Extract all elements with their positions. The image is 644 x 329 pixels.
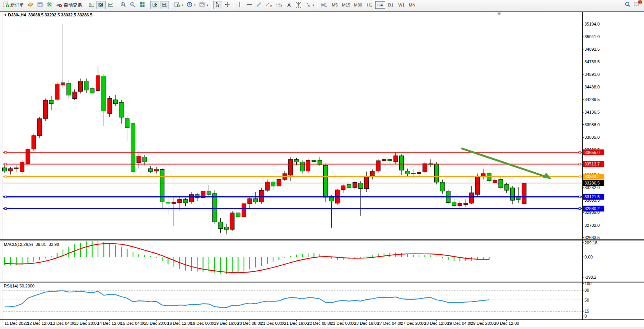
hline-handle[interactable] (579, 196, 581, 198)
search-icon[interactable] (624, 1, 631, 9)
candle-body (230, 213, 234, 229)
hline-handle[interactable] (5, 176, 6, 178)
timeframe-m5-button[interactable]: M5 (330, 1, 340, 9)
equidistant-channel-button[interactable]: E (264, 1, 274, 9)
broadcast-button[interactable] (45, 1, 54, 9)
timeframe-h1-button[interactable]: H1 (365, 1, 374, 9)
time-tick-label: 22 Dec 08:00 (307, 321, 332, 326)
fibonacci-button[interactable]: F (274, 1, 284, 9)
price-tick-label: 35194.0 (585, 22, 600, 26)
autotrade-button[interactable]: 自动交易 (55, 1, 84, 9)
candle-body (440, 182, 445, 191)
hline-handle[interactable] (579, 208, 581, 210)
candle-body (400, 156, 404, 170)
trendline-button[interactable] (254, 1, 263, 9)
timeframe-m30-button[interactable]: M30 (352, 1, 363, 9)
candle-body (458, 203, 462, 206)
periods-button[interactable]: ▾ (185, 1, 197, 9)
candle-body (207, 191, 211, 194)
time-tick-label: 19 Dec 00:00 (191, 321, 215, 326)
autotrade-label: 自动交易 (64, 2, 82, 8)
zoom-out-button[interactable] (128, 1, 137, 9)
timeframe-w1-button[interactable]: W1 (397, 1, 406, 9)
candle-body (37, 119, 42, 136)
toolbar-separator (170, 1, 171, 9)
timeframe-d1-button[interactable]: D1 (386, 1, 396, 9)
price-tick-label: 34438.0 (585, 85, 600, 89)
hline-handle[interactable] (5, 208, 6, 210)
candle-body (469, 193, 474, 203)
chart-symbol-period: DJ30-,H4 (8, 13, 26, 17)
vertical-line-button[interactable] (235, 1, 244, 9)
hline-handle[interactable] (5, 196, 6, 198)
hline-handle[interactable] (5, 163, 6, 165)
candle-body (102, 76, 106, 111)
macd-indicator-label: MACD(12,26,9) -39.81 -33.90 (4, 242, 59, 247)
cursor-button[interactable] (213, 1, 222, 9)
price-tag-label: 33513.7 (585, 162, 600, 166)
symbol-dropdown-icon[interactable]: ▼ (4, 13, 7, 17)
timeframe-m15-button[interactable]: M15 (340, 1, 352, 9)
chart-shift-button[interactable] (160, 1, 169, 9)
main-pane-background (3, 12, 644, 239)
bar-chart-button[interactable] (87, 1, 96, 9)
horizontal-line-button[interactable] (245, 1, 254, 9)
add-indicator-button[interactable]: ▾ (172, 1, 185, 9)
line-chart-button[interactable] (106, 1, 115, 9)
candlestick-chart-button[interactable] (96, 1, 106, 9)
crosshair-button[interactable] (223, 1, 232, 9)
macd-tick-label: 0.00 (585, 255, 593, 259)
market-watch-button[interactable] (26, 1, 35, 9)
templates-button[interactable]: ▾ (198, 1, 210, 9)
navigator-icon (37, 2, 43, 9)
candle-body (358, 183, 363, 189)
timeframe-mn-button[interactable]: MN (407, 1, 417, 9)
zoom-in-button[interactable] (119, 1, 128, 9)
candle-body (329, 197, 334, 201)
candle-body (218, 222, 223, 228)
timeframe-m1-button[interactable]: M1 (319, 1, 329, 9)
auto-scroll-icon (152, 2, 158, 9)
time-tick-label: 21 Dec 00:00 (261, 321, 286, 326)
hline-handle[interactable] (579, 176, 581, 178)
timeframe-h4-button[interactable]: H4 (375, 1, 385, 9)
candle-body (434, 164, 438, 182)
tile-windows-button[interactable] (138, 1, 147, 9)
candle-body (90, 88, 94, 93)
macd-name: MACD(12,26,9) (4, 242, 33, 247)
candle-body (224, 227, 228, 229)
time-tick-label: 23 Dec 00:00 (331, 321, 355, 326)
candle-body (522, 183, 526, 204)
text-label-button[interactable]: T (294, 1, 303, 9)
candle-body (166, 202, 170, 203)
candle-body (14, 168, 18, 169)
auto-scroll-button[interactable] (150, 1, 159, 9)
toolbar-separator (117, 1, 117, 9)
hline-handle[interactable] (579, 163, 581, 165)
candle-body (259, 190, 263, 202)
text-button[interactable]: A (284, 1, 294, 9)
hline-handle[interactable] (579, 151, 581, 153)
candle-body (61, 83, 65, 85)
macd-pane-background (3, 241, 644, 281)
price-chart-canvas[interactable]: 35194.035041.034892.534739.534591.034438… (0, 10, 644, 329)
toolbar-separator (211, 1, 212, 9)
price-tag-label: 32980.2 (585, 206, 600, 211)
navigator-button[interactable] (35, 1, 45, 9)
hline-handle[interactable] (5, 151, 6, 153)
candle-body (341, 186, 345, 190)
arrows-button[interactable]: ▾ (304, 1, 316, 9)
chevron-down-icon: ▾ (207, 3, 208, 7)
toolbar-separator (233, 1, 234, 9)
notifications-button[interactable]: 1 (633, 1, 640, 9)
time-tick-label: 29 Dec 04:00 (447, 321, 472, 326)
rsi-tick-label: 15 (585, 309, 589, 313)
crosshair-icon (224, 2, 230, 9)
new-order-button[interactable]: 新订单 (2, 1, 26, 9)
candle-body (32, 136, 36, 149)
rsi-name: RSI(14) (4, 284, 18, 288)
text-icon: A (287, 2, 291, 8)
cursor-icon (215, 2, 221, 9)
chart-window[interactable]: 35194.035041.034892.534739.534591.034438… (0, 10, 644, 329)
book-icon (27, 2, 34, 9)
